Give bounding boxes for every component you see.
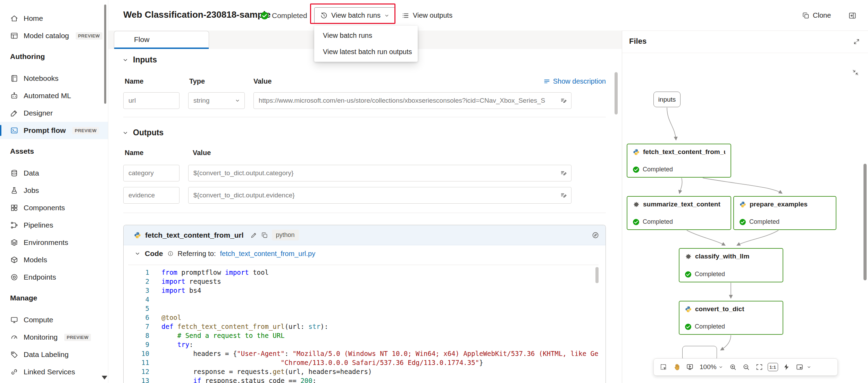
sidebar-item-environments[interactable]: Environments [0, 234, 108, 251]
completed-check-icon [739, 219, 746, 225]
sidebar-item-jobs[interactable]: Jobs [0, 182, 108, 199]
input-type-dropdown[interactable]: string [188, 92, 245, 109]
model-catalog-icon [10, 32, 18, 40]
python-icon [633, 148, 640, 156]
python-icon [134, 231, 141, 239]
annotation-highlight [310, 3, 395, 24]
graph-node-summarize_text_content[interactable]: summarize_text_content Completed [627, 196, 731, 230]
collapse-chevron-icon[interactable] [122, 130, 128, 136]
edit-value-icon[interactable] [560, 192, 567, 199]
inputs-section-header: Inputs [122, 55, 157, 65]
activate-config-icon[interactable] [592, 231, 599, 239]
graph-toolbar: 100% 1:1 [653, 358, 838, 376]
graph-node-prepare_examples[interactable]: prepare_examples Completed [733, 196, 836, 230]
sidebar-item-label: Components [24, 204, 65, 212]
open-panel-button[interactable] [845, 8, 860, 23]
sidebar-item-label: Pipelines [24, 221, 53, 229]
input-name-field[interactable]: url [123, 92, 180, 109]
zoom-level-dropdown[interactable]: 100% [697, 363, 726, 371]
code-line: 4 [128, 295, 599, 304]
info-icon [167, 250, 174, 257]
actual-size-icon[interactable]: 1:1 [768, 363, 778, 371]
graph-canvas[interactable]: inputs fetch_text_content_from_url Compl… [622, 53, 868, 383]
code-line: 5 [128, 304, 599, 313]
graph-inputs-node[interactable]: inputs [653, 92, 681, 107]
graph-node-classify_with_llm[interactable]: classify_with_llm Completed [679, 248, 783, 282]
edit-name-icon[interactable] [250, 232, 257, 239]
view-outputs-label: View outputs [413, 11, 452, 19]
sidebar: HomeModel catalogPREVIEWAuthoringNoteboo… [0, 0, 108, 383]
files-scrollbar-thumb[interactable] [863, 164, 867, 280]
edit-value-icon[interactable] [560, 97, 567, 104]
code-editor[interactable]: 1from promptflow import tool2import requ… [128, 265, 599, 383]
outputs-section-title: Outputs [133, 128, 164, 137]
sidebar-item-notebooks[interactable]: Notebooks [0, 70, 108, 87]
presenter-icon[interactable] [684, 360, 696, 374]
sidebar-item-pipelines[interactable]: Pipelines [0, 216, 108, 234]
sidebar-item-automated-ml[interactable]: Automated ML [0, 87, 108, 104]
data-icon [10, 169, 18, 177]
sidebar-item-designer[interactable]: Designer [0, 104, 108, 122]
sidebar-item-prompt-flow[interactable]: Prompt flowPREVIEW [0, 122, 108, 139]
input-value-field[interactable]: https://www.microsoft.com/en-us/store/co… [253, 92, 571, 109]
zoom-out-icon[interactable] [740, 360, 752, 374]
sidebar-scrollbar-down-arrow[interactable] [102, 376, 107, 380]
node-title: fetch_text_content_from_url [145, 231, 244, 239]
region-select-icon[interactable] [657, 360, 670, 374]
expand-panel-icon[interactable] [853, 38, 860, 45]
output-value: ${convert_to_dict.output.evidence} [193, 192, 560, 199]
sidebar-item-components[interactable]: Components [0, 199, 108, 216]
output-name-field[interactable]: evidence [123, 187, 180, 204]
clone-button[interactable]: Clone [802, 7, 831, 24]
input-type-value: string [193, 97, 235, 104]
notebooks-icon [10, 74, 18, 83]
edit-value-icon[interactable] [560, 170, 567, 177]
collapse-chevron-icon[interactable] [122, 57, 128, 63]
view-outputs-button[interactable]: View outputs [402, 7, 452, 24]
monitoring-icon [10, 333, 18, 341]
sidebar-item-label: Model catalog [24, 32, 69, 40]
collapse-chevron-icon[interactable] [134, 250, 141, 257]
sidebar-item-data-labeling[interactable]: Data Labeling [0, 346, 108, 363]
sidebar-item-data[interactable]: Data [0, 164, 108, 182]
chevron-down-icon[interactable] [807, 365, 811, 369]
graph-node-convert_to_dict[interactable]: convert_to_dict Completed [679, 301, 783, 335]
output-value-field[interactable]: ${convert_to_dict.output.category} [188, 165, 571, 181]
sidebar-section-manage: Manage [0, 289, 108, 307]
python-icon [685, 306, 692, 313]
tab-flow[interactable]: Flow [114, 31, 209, 49]
sidebar-item-model-catalog[interactable]: Model catalogPREVIEW [0, 27, 108, 44]
editor-scrollbar-thumb[interactable] [595, 267, 599, 283]
topbar: Web Classification-230818-sample Complet… [108, 0, 868, 31]
collapse-graph-icon[interactable] [852, 69, 859, 76]
menu-item-view-batch-runs[interactable]: View batch runs [314, 27, 418, 44]
fit-to-screen-icon[interactable] [753, 360, 766, 374]
sidebar-item-home[interactable]: Home [0, 10, 108, 27]
pan-hand-icon[interactable] [670, 360, 683, 374]
zoom-in-icon[interactable] [727, 360, 739, 374]
main-scrollbar-thumb[interactable] [615, 72, 618, 114]
preview-badge: PREVIEW [72, 127, 99, 134]
output-value-field[interactable]: ${convert_to_dict.output.evidence} [188, 187, 571, 204]
show-description-link[interactable]: Show description [543, 77, 606, 85]
run-flow-icon[interactable] [780, 360, 793, 374]
completed-check-icon [633, 166, 640, 173]
llm-tool-icon [685, 253, 692, 260]
sidebar-item-models[interactable]: Models [0, 251, 108, 269]
output-name-field[interactable]: category [123, 165, 180, 181]
sidebar-item-endpoints[interactable]: Endpoints [0, 269, 108, 286]
minimap-icon[interactable] [793, 360, 806, 374]
sidebar-scrollbar-thumb[interactable] [104, 5, 106, 104]
copy-icon[interactable] [261, 232, 268, 239]
description-icon [543, 78, 550, 85]
graph-node-fetch_text_content_from_url[interactable]: fetch_text_content_from_url Completed [627, 144, 731, 178]
zoom-level-value: 100% [700, 363, 717, 371]
sidebar-item-linked-services[interactable]: Linked Services [0, 363, 108, 381]
sidebar-item-monitoring[interactable]: MonitoringPREVIEW [0, 329, 108, 346]
referring-file-link[interactable]: fetch_text_content_from_url.py [220, 250, 316, 258]
endpoints-icon [10, 273, 18, 281]
menu-item-view-latest-batch-run-outputs[interactable]: View latest batch run outputs [314, 44, 418, 60]
sidebar-item-label: Data Labeling [24, 350, 69, 359]
sidebar-item-compute[interactable]: Compute [0, 311, 108, 329]
preview-badge: PREVIEW [64, 334, 91, 341]
